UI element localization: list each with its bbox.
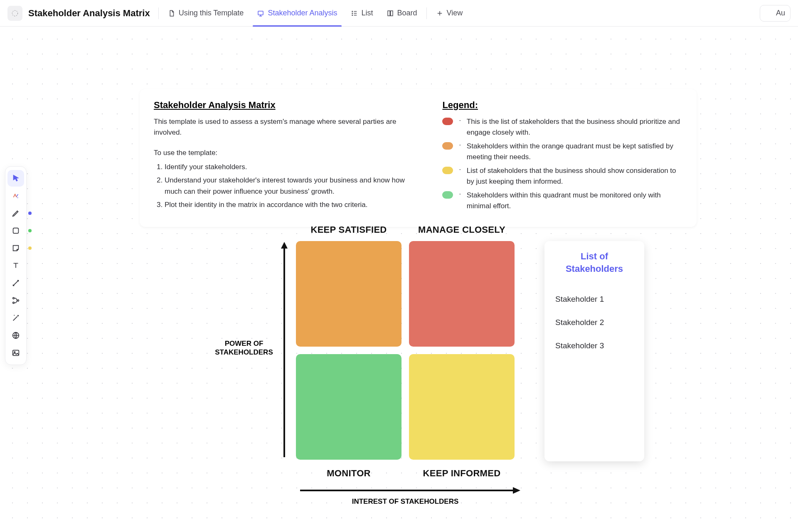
stakeholder-item[interactable]: Stakeholder 3 [555, 341, 633, 350]
whiteboard-icon [257, 10, 264, 17]
quadrant-keep-satisfied[interactable] [296, 241, 401, 347]
tab-label: Stakeholder Analysis [268, 9, 337, 17]
svg-point-2 [352, 11, 353, 12]
swatch-icon [442, 167, 453, 174]
top-navbar: Stakeholder Analysis Matrix Using this T… [0, 0, 798, 27]
text-icon [11, 261, 20, 270]
svg-marker-20 [513, 487, 520, 494]
svg-rect-1 [258, 11, 263, 15]
svg-point-8 [767, 13, 768, 14]
legend-item: · This is the list of stakeholders that … [442, 116, 682, 138]
svg-point-12 [13, 302, 15, 304]
svg-point-4 [352, 15, 353, 15]
tab-using-template[interactable]: Using this Template [161, 0, 251, 26]
list-icon [351, 10, 358, 17]
tab-add-view[interactable]: View [429, 0, 470, 26]
legend-text: List of stakeholders that the business s… [467, 165, 682, 187]
quadrant-monitor[interactable] [296, 354, 401, 460]
info-intro: This template is used to assess a system… [154, 116, 419, 138]
quadrant-label-bottom-left: MONITOR [296, 468, 401, 479]
tool-image[interactable] [7, 345, 24, 361]
tab-label: View [447, 9, 463, 17]
ai-button[interactable]: Au [760, 5, 791, 22]
tool-text[interactable] [7, 257, 24, 274]
cursor-icon [11, 174, 20, 183]
tool-sticky[interactable] [7, 240, 24, 256]
svg-point-0 [12, 10, 17, 16]
quadrant-label-top-left: KEEP SATISFIED [296, 224, 401, 235]
quadrant-keep-informed[interactable] [409, 354, 515, 460]
info-step: Identify your stakeholders. [165, 162, 419, 172]
nav-divider [158, 7, 159, 19]
tool-mindmap[interactable] [7, 292, 24, 309]
swatch-icon [442, 191, 453, 199]
robot-icon [764, 9, 773, 17]
document-icon [168, 10, 175, 17]
svg-marker-18 [281, 242, 288, 249]
info-step: Plot their identity in the matrix in acc… [165, 200, 419, 210]
tool-web[interactable] [7, 327, 24, 344]
tool-palette [5, 166, 27, 365]
canvas-area[interactable]: Stakeholder Analysis Matrix This templat… [0, 27, 798, 532]
quadrant-label-bottom-right: KEEP INFORMED [409, 468, 515, 479]
stakeholder-list-card[interactable]: List of Stakeholders Stakeholder 1 Stake… [544, 241, 644, 461]
tool-magic[interactable] [7, 310, 24, 326]
tool-ai-shapes[interactable] [7, 187, 24, 204]
tab-label: Board [397, 9, 417, 17]
page-title: Stakeholder Analysis Matrix [28, 8, 150, 19]
tab-label: List [362, 9, 373, 17]
info-card: Stakeholder Analysis Matrix This templat… [140, 89, 697, 227]
square-icon [11, 226, 20, 235]
stakeholder-item[interactable]: Stakeholder 2 [555, 318, 633, 327]
svg-rect-15 [13, 350, 19, 356]
svg-point-9 [769, 13, 770, 14]
tab-stakeholder-analysis[interactable]: Stakeholder Analysis [250, 0, 344, 26]
svg-rect-7 [766, 12, 771, 15]
globe-icon [11, 331, 20, 340]
quadrant-label-top-right: MANAGE CLOSELY [409, 224, 515, 235]
tool-pen[interactable] [7, 205, 24, 222]
svg-point-11 [13, 298, 15, 299]
svg-rect-10 [13, 228, 19, 234]
legend-text: Stakeholders within the orange quadrant … [467, 141, 682, 162]
sparkle-path-icon [11, 191, 20, 200]
connector-icon [11, 278, 20, 288]
image-icon [11, 348, 20, 357]
stakeholder-list-title: List of Stakeholders [555, 250, 633, 275]
y-axis-arrow-icon [279, 241, 289, 461]
tool-shape[interactable] [7, 222, 24, 239]
board-icon [387, 10, 394, 17]
svg-rect-5 [388, 11, 390, 16]
tab-label: Using this Template [179, 9, 244, 17]
wand-icon [11, 313, 20, 323]
sticky-note-icon [11, 244, 20, 253]
info-step: Understand your stakeholder's interest t… [165, 175, 419, 197]
app-badge-icon [7, 6, 22, 21]
info-lead: To use the template: [154, 148, 419, 158]
legend-item: · Stakeholders within the orange quadran… [442, 141, 682, 162]
stakeholder-item[interactable]: Stakeholder 1 [555, 295, 633, 304]
color-dot-icon [28, 246, 32, 250]
legend-item: · List of stakeholders that the business… [442, 165, 682, 187]
legend-text: Stakeholders within this quadrant must b… [467, 190, 682, 211]
info-title: Stakeholder Analysis Matrix [154, 100, 419, 111]
svg-point-13 [17, 300, 19, 301]
ai-label: Au [776, 9, 785, 17]
svg-point-3 [352, 13, 353, 14]
x-axis-label: INTEREST OF STAKEHOLDERS [296, 497, 515, 506]
color-dot-icon [28, 229, 32, 232]
network-icon [11, 296, 20, 305]
tab-list[interactable]: List [344, 0, 380, 26]
color-dot-icon [28, 212, 32, 215]
swatch-icon [442, 142, 453, 150]
tool-connector[interactable] [7, 275, 24, 291]
nav-divider [426, 7, 427, 19]
tool-select[interactable] [7, 170, 24, 187]
legend-title: Legend: [442, 100, 682, 111]
quadrant-manage-closely[interactable] [409, 241, 515, 347]
y-axis-label: POWER OF STAKEHOLDERS [213, 339, 275, 357]
legend-text: This is the list of stakeholders that th… [467, 116, 682, 138]
info-steps: Identify your stakeholders. Understand y… [154, 162, 419, 210]
tab-board[interactable]: Board [380, 0, 424, 26]
pen-icon [11, 209, 20, 218]
